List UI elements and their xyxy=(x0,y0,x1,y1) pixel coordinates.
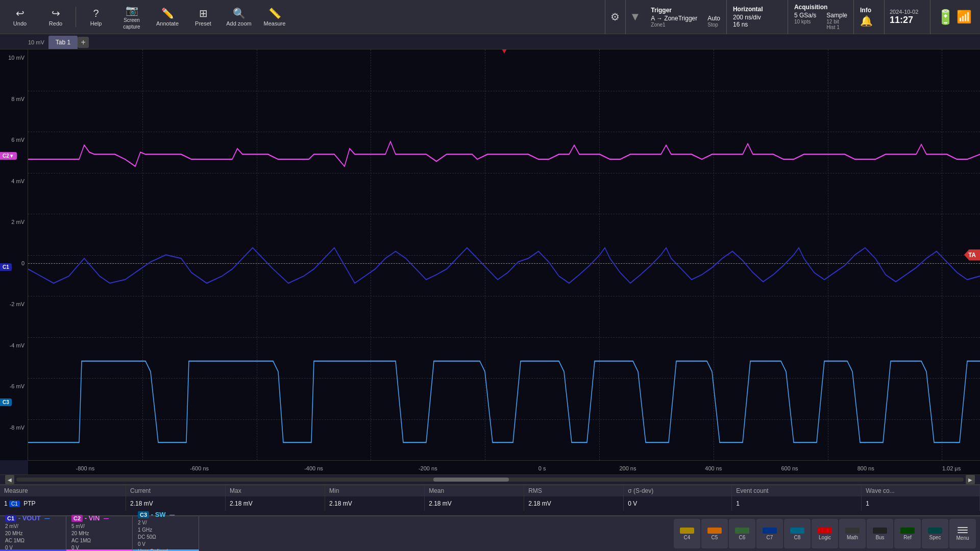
row-sdev: 0 V xyxy=(624,496,732,511)
zoom-icon: 🔍 xyxy=(233,7,246,19)
c3-title: C3 - SW — xyxy=(138,511,193,518)
annotate-button[interactable]: ✏️ Annotate xyxy=(150,2,185,32)
help-button[interactable]: ? Help xyxy=(78,2,114,32)
y-label-6mv: 6 mV xyxy=(11,137,24,143)
c4-button[interactable]: C4 xyxy=(674,519,700,548)
measure-button[interactable]: 📏 Measure xyxy=(257,2,292,32)
math-button[interactable]: Math xyxy=(839,519,866,548)
c2-channel-badge[interactable]: C2▼ xyxy=(0,152,17,160)
y-label-n8mv: -8 mV xyxy=(10,424,24,431)
redo-button[interactable]: ↪ Redo xyxy=(38,2,74,32)
y-scale-label: 10 mV xyxy=(28,39,44,45)
col-wave-count: Wave co... xyxy=(862,485,980,496)
undo-button[interactable]: ↩ Undo xyxy=(2,2,38,32)
c1-badge: C1 xyxy=(9,500,20,507)
c2-waveform xyxy=(28,141,980,166)
x-label-600ns: 600 ns xyxy=(781,465,798,471)
x-label-400ns: 400 ns xyxy=(705,465,722,471)
measure-icon: 📏 xyxy=(268,7,281,19)
table-row: 1 C1 PTP 2.18 mV 2.18 mV 2.18 mV 2.18 mV… xyxy=(0,496,980,511)
c7-color xyxy=(763,528,777,534)
logic-button[interactable]: Logic xyxy=(812,519,838,548)
trigger-panel[interactable]: Trigger A → ZoneTrigger Zone1 Auto Stop xyxy=(645,0,727,34)
y-label-2mv: 2 mV xyxy=(11,219,24,225)
menu-icon xyxy=(958,527,968,533)
add-tab-button[interactable]: + xyxy=(78,37,89,48)
annotate-icon: ✏️ xyxy=(161,7,174,19)
y-label-0: 0 xyxy=(21,260,24,266)
acquisition-panel[interactable]: Acquisition 5 GSa/s 10 kpts Sample 12 bi… xyxy=(788,0,854,34)
row-mean: 2.18 mV xyxy=(425,496,524,511)
y-label-n4mv: -4 mV xyxy=(10,342,24,348)
channel-c1-block[interactable]: C1 - VOUT — 2 mV/ 20 MHz AC 1MΩ 0 V xyxy=(0,516,66,551)
x-label-800ns: 800 ns xyxy=(857,465,874,471)
math-color xyxy=(845,528,860,534)
waveform-area[interactable]: TA xyxy=(28,49,980,460)
horizontal-panel[interactable]: Horizontal 200 ns/div 16 ns xyxy=(727,0,788,34)
c8-color xyxy=(790,528,804,534)
col-rms: RMS xyxy=(524,485,624,496)
c2-title: C2 - VIN — xyxy=(71,514,127,522)
screen-capture-button[interactable]: 📷 Screen capture xyxy=(114,2,150,32)
channel-c3-block[interactable]: C3 - SW — 2 V/ 1 GHz DC 50Ω 0 V User-Def… xyxy=(133,516,199,551)
row-max: 2.18 mV xyxy=(226,496,325,511)
channel-c2-block[interactable]: C2 - VIN — 5 mV/ 20 MHz AC 1MΩ 0 V xyxy=(66,516,133,551)
c3-channel-badge[interactable]: C3 xyxy=(0,398,12,406)
ref-button[interactable]: Ref xyxy=(894,519,921,548)
wifi-icon: 📶 xyxy=(957,10,972,24)
preset-button[interactable]: ⊞ Preset xyxy=(185,2,221,32)
row-current: 2.18 mV xyxy=(126,496,226,511)
help-icon: ? xyxy=(93,8,99,19)
row-wave-count: 1 xyxy=(862,496,980,511)
logic-color xyxy=(818,528,832,534)
col-min: Min xyxy=(325,485,425,496)
c6-button[interactable]: C6 xyxy=(729,519,755,548)
c1-channel-badge[interactable]: C1 xyxy=(0,263,12,271)
x-label-102us: 1.02 µs xyxy=(942,465,961,471)
datetime-display: 2024-10-02 11:27 xyxy=(885,0,930,34)
redo-icon: ↪ xyxy=(52,7,60,19)
user-panel[interactable]: 🔋 📶 xyxy=(930,0,978,34)
channel-footer: C1 - VOUT — 2 mV/ 20 MHz AC 1MΩ 0 V C2 -… xyxy=(0,515,980,551)
c7-button[interactable]: C7 xyxy=(756,519,783,548)
c5-color xyxy=(707,528,722,534)
menu-button[interactable]: Menu xyxy=(949,519,976,548)
scroll-left-button[interactable]: ◀ xyxy=(5,475,14,484)
y-label-8mv: 8 mV xyxy=(11,96,24,102)
toolbar-separator-1 xyxy=(76,7,76,27)
scrollbar-area: ◀ ▶ xyxy=(0,474,980,485)
x-label-n200ns: -200 ns xyxy=(419,465,437,471)
c1-info: 2 mV/ 20 MHz AC 1MΩ 0 V xyxy=(5,523,61,551)
bus-button[interactable]: Bus xyxy=(867,519,893,548)
scroll-right-button[interactable]: ▶ xyxy=(966,475,975,484)
c2-info: 5 mV/ 20 MHz AC 1MΩ 0 V xyxy=(71,523,127,551)
add-zoom-button[interactable]: 🔍 Add zoom xyxy=(221,2,257,32)
x-label-n600ns: -600 ns xyxy=(190,465,209,471)
undo-icon: ↩ xyxy=(16,7,24,19)
col-max: Max xyxy=(226,485,325,496)
x-label-n800ns: -800 ns xyxy=(76,465,95,471)
c5-button[interactable]: C5 xyxy=(701,519,728,548)
settings-button[interactable]: ⚙ xyxy=(605,0,626,34)
info-panel[interactable]: Info 🔔 xyxy=(854,0,885,34)
row-measure: 1 C1 PTP xyxy=(0,496,126,511)
right-channel-buttons: C4 C5 C6 C7 C8 Logic xyxy=(670,516,980,551)
y-label-n2mv: -2 mV xyxy=(10,301,24,307)
spec-button[interactable]: Spec xyxy=(922,519,948,548)
tab-1[interactable]: Tab 1 xyxy=(48,36,78,49)
bus-color xyxy=(873,528,887,534)
c8-button[interactable]: C8 xyxy=(784,519,811,548)
row-min: 2.18 mV xyxy=(325,496,425,511)
scrollbar-track[interactable] xyxy=(16,478,964,482)
x-label-200ns: 200 ns xyxy=(619,465,636,471)
top-right-panels: ⚙ ▼ Trigger A → ZoneTrigger Zone1 Auto S… xyxy=(605,0,978,34)
c3-waveform xyxy=(28,361,980,443)
c3-info: 2 V/ 1 GHz DC 50Ω 0 V User-Defined xyxy=(138,519,193,551)
scrollbar-thumb[interactable] xyxy=(433,478,509,482)
c1-waveform xyxy=(28,248,980,283)
col-measure: Measure xyxy=(0,485,126,496)
ref-color xyxy=(900,528,915,534)
toolbar: ↩ Undo ↪ Redo ? Help 📷 Screen capture ✏️… xyxy=(0,0,980,34)
x-axis: -800 ns -600 ns -400 ns -200 ns 0 s 200 … xyxy=(28,460,980,474)
trigger-arrow[interactable]: ▼ xyxy=(626,0,645,34)
